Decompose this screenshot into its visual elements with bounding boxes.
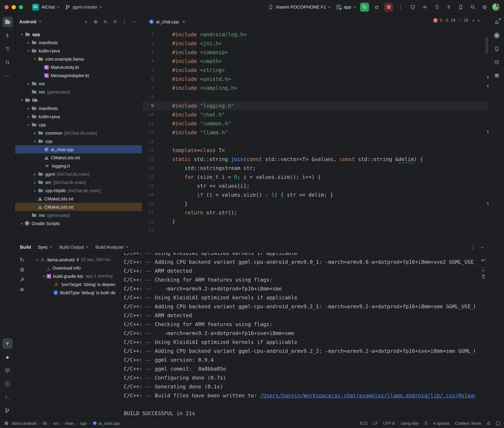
resource-manager-tool-button[interactable]	[492, 70, 502, 81]
hide-panel-button[interactable]: −	[130, 18, 138, 25]
project-tree-item[interactable]: ▸manifests	[15, 104, 142, 112]
project-tool-button[interactable]	[2, 17, 13, 27]
project-tree-item[interactable]: ▸src[AiChat.lib.main]	[15, 178, 142, 186]
chevron-expanded-icon[interactable]: ▾	[32, 139, 38, 143]
project-tree-item[interactable]: ▸manifests	[15, 38, 142, 47]
profiler-button[interactable]	[420, 3, 429, 11]
expand-all-button[interactable]	[102, 18, 109, 25]
collapse-all-button[interactable]	[111, 18, 119, 25]
clear-console-icon[interactable]	[481, 274, 486, 279]
code-line[interactable]: 12#include "llama.h"	[142, 128, 489, 137]
pull-requests-tool-button[interactable]	[2, 57, 13, 67]
close-tab-icon[interactable]: ×	[126, 245, 128, 250]
more-run-actions-button[interactable]: ⋮	[396, 3, 405, 11]
chevron-expanded-icon[interactable]: ▾	[41, 274, 47, 278]
clang-tidy-widget[interactable]: .clang-tidy	[400, 421, 419, 426]
breadcrumb-item[interactable]: llama.android	[12, 421, 37, 426]
project-tree-item[interactable]: ▸kotlin+java	[15, 112, 142, 121]
code-line[interactable]: 1#include <android/log.h>	[142, 30, 489, 39]
project-tree-item[interactable]: ▾com.example.llama	[15, 55, 142, 63]
run-config-selector[interactable]: app	[335, 3, 357, 11]
indent-style[interactable]: 4 spaces	[433, 421, 450, 426]
project-selector[interactable]: AC AiChat	[31, 3, 61, 11]
breadcrumb-item[interactable]: main	[65, 421, 74, 426]
code-area[interactable]: 1#include <android/log.h>2#include <jni.…	[142, 29, 489, 241]
project-tree-item[interactable]: ▸res	[15, 80, 142, 88]
breadcrumb-item[interactable]: Cai_chat.cpp	[93, 421, 120, 426]
terminal-tool-button[interactable]: >_	[2, 392, 13, 402]
chevron-expanded-icon[interactable]: ▾	[26, 49, 31, 53]
chevron-collapsed-icon[interactable]: ▸	[32, 131, 38, 135]
code-line[interactable]: 15static std::string join(const std::vec…	[142, 155, 489, 164]
project-tree-item[interactable]: ▾app	[15, 30, 142, 38]
vcs-branch-selector[interactable]: ggml-master	[64, 3, 103, 11]
build-options-icon[interactable]: ⋮	[470, 244, 475, 250]
run-button[interactable]: ↻	[360, 3, 369, 11]
code-line[interactable]: 16 std::ostringstream str;	[142, 164, 489, 173]
project-tree-item[interactable]: CMakeLists.txt	[15, 203, 142, 211]
code-line[interactable]: 18 str << values[i];	[142, 181, 489, 190]
code-line[interactable]: 3#include <iomanip>	[142, 48, 489, 57]
device-mirroring-button[interactable]	[408, 3, 417, 11]
gradle-tool-button[interactable]: G	[492, 30, 502, 41]
settings-button[interactable]: ⚙	[480, 3, 489, 11]
project-tree-item[interactable]: ▸ggml[AiChat.lib.main]	[15, 170, 142, 178]
structure-tool-button[interactable]	[2, 43, 13, 54]
profile-avatar[interactable]	[492, 3, 499, 11]
project-tree-item[interactable]: KMainActivity.kt	[15, 63, 142, 71]
project-tree-item[interactable]: Cai_chat.cpp	[15, 145, 142, 153]
build-tree-item[interactable]: iBuildType 'debug' is both de	[29, 288, 122, 297]
build-variants-tool-button[interactable]: ◆	[2, 352, 13, 362]
error-stripe-mark[interactable]	[487, 76, 488, 79]
project-tree-item[interactable]: res(generated)	[15, 88, 142, 96]
build-tab-sync[interactable]: Sync×	[38, 245, 52, 250]
breadcrumb-item[interactable]: lib	[43, 421, 47, 426]
build-tree-item[interactable]: ↓Download info	[29, 264, 122, 272]
chevron-expanded-icon[interactable]: ▾	[34, 258, 40, 262]
code-line[interactable]: 10#include "chat.h"	[142, 110, 489, 119]
code-line[interactable]: 4#include <cmath>	[142, 57, 489, 66]
file-encoding[interactable]: UTF-8	[383, 421, 395, 426]
running-devices-side-button[interactable]	[492, 57, 502, 67]
code-line[interactable]: 22}	[142, 217, 489, 226]
chevron-collapsed-icon[interactable]: ▸	[32, 189, 38, 192]
chevron-expanded-icon[interactable]: ▾	[19, 98, 25, 102]
device-manager-tool-button[interactable]	[492, 43, 502, 54]
build-tree-item[interactable]: ▾Kbuild.gradle.ktsapp 1 warning	[29, 272, 122, 280]
minimize-window-button[interactable]	[12, 5, 16, 9]
project-tree-item[interactable]: ▾cpp	[15, 121, 142, 129]
code-line[interactable]: 2#include <jni.h>	[142, 39, 489, 48]
view-selector[interactable]: Android	[19, 19, 36, 24]
code-line[interactable]: 8	[142, 92, 489, 101]
chevron-collapsed-icon[interactable]: ▸	[26, 82, 31, 85]
code-line[interactable]: 14template<class T>	[142, 146, 489, 155]
breadcrumb-item[interactable]: src	[53, 421, 59, 426]
chevron-collapsed-icon[interactable]: ▸	[26, 115, 31, 118]
close-tab-icon[interactable]: ×	[182, 19, 185, 24]
build-tab-build-output[interactable]: Build Output×	[59, 245, 88, 250]
editor-tab[interactable]: C ai_chat.cpp ×	[146, 14, 188, 29]
pin-button[interactable]	[18, 275, 26, 284]
zoom-window-button[interactable]	[19, 5, 23, 9]
output-path-link[interactable]: /Users/hanyin/Workspace/ai-chat/examples…	[260, 393, 475, 399]
chevron-expanded-icon[interactable]: ▾	[26, 123, 31, 127]
project-tree-item[interactable]: Hlogging.h	[15, 162, 142, 170]
search-everywhere-button[interactable]	[468, 3, 477, 11]
project-tree-item[interactable]: ▸GGradle Scripts	[15, 219, 142, 227]
add-button[interactable]: +	[82, 18, 90, 25]
chevron-expanded-icon[interactable]: ▾	[19, 32, 25, 36]
project-tree-item[interactable]: CMakeLists.txt	[15, 153, 142, 162]
close-tab-icon[interactable]: ×	[50, 245, 52, 250]
code-line[interactable]: 20 }	[142, 199, 489, 208]
code-line[interactable]: 9#include "logging.h"	[142, 101, 489, 110]
code-line[interactable]: 11#include "common.h"	[142, 119, 489, 128]
project-tree-item[interactable]: ▾kotlin+java	[15, 47, 142, 55]
stop-build-button[interactable]	[18, 265, 26, 274]
editor-scrollbar[interactable]	[486, 37, 488, 54]
code-style-icon[interactable]	[424, 421, 428, 425]
project-tree-item[interactable]: CMakeLists.txt	[15, 195, 142, 203]
ok-stripe-mark[interactable]	[487, 130, 488, 133]
code-line[interactable]: 6#include <unistd.h>	[142, 75, 489, 83]
chevron-expanded-icon[interactable]: ▾	[32, 57, 38, 61]
inspection-widget[interactable]: !3 ⚠24 ✓15 ∧ ∨	[430, 17, 483, 24]
